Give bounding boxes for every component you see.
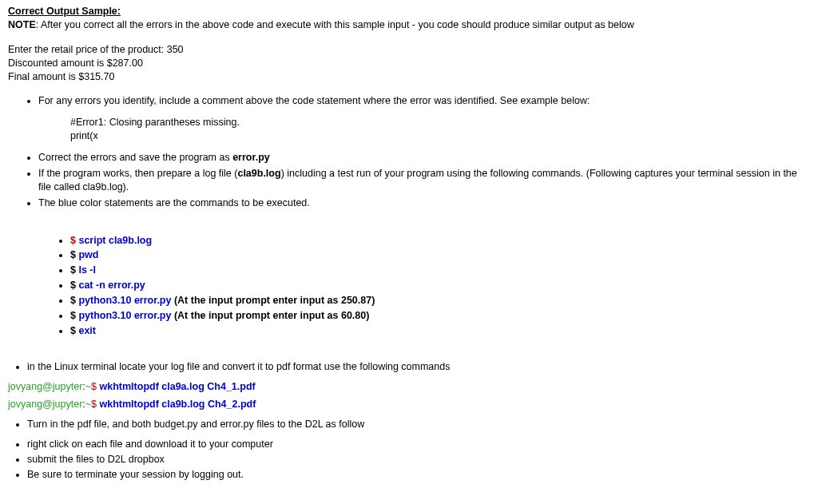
turnin-1: Turn in the pdf file, and both budget.py… xyxy=(27,418,810,431)
cmd-exit: $ exit xyxy=(70,324,810,338)
pdf-intro: in the Linux terminal locate your log fi… xyxy=(27,360,810,374)
cmd-ls: $ ls -l xyxy=(70,264,810,277)
turnin-2: right click on each file and download it… xyxy=(27,438,810,451)
sample-line-2: Discounted amount is $287.00 xyxy=(8,57,810,70)
section-title: Correct Output Sample: xyxy=(8,6,121,17)
sample-output: Enter the retail price of the product: 3… xyxy=(8,43,810,84)
header-block: Correct Output Sample: NOTE: After you c… xyxy=(8,5,810,32)
instruction-item-2: Correct the errors and save the program … xyxy=(38,151,810,165)
note-text: : After you correct all the errors in th… xyxy=(36,19,634,30)
cmd-pwd: $ pwd xyxy=(70,248,810,262)
cmd-script: $ script cla9b.log xyxy=(70,234,810,248)
cmd-python-2: $ python3.10 error.py (At the input prom… xyxy=(70,309,810,323)
pdf-cmd-1: jovyang@jupyter:~$ wkhtmltopdf cla9a.log… xyxy=(8,380,810,394)
instruction-item-4: The blue color statements are the comman… xyxy=(38,196,810,210)
cmd-python-1: $ python3.10 error.py (At the input prom… xyxy=(70,294,810,308)
instruction-item-3: If the program works, then prepare a log… xyxy=(38,167,810,194)
instruction-item-1: For any errors you identify, include a c… xyxy=(38,94,810,143)
error-comment: #Error1: Closing parantheses missing. xyxy=(70,116,810,129)
sample-line-1: Enter the retail price of the product: 3… xyxy=(8,43,810,57)
pdf-convert-block: in the Linux terminal locate your log fi… xyxy=(8,360,810,374)
cmd-cat: $ cat -n error.py xyxy=(70,279,810,292)
pdf-cmd-2: jovyang@jupyter:~$ wkhtmltopdf cla9b.log… xyxy=(8,398,810,411)
commands-list: $ script cla9b.log $ pwd $ ls -l $ cat -… xyxy=(40,234,810,338)
turnin-4: Be sure to terminate your session by log… xyxy=(27,468,810,482)
turnin-3: submit the files to D2L dropbox xyxy=(27,453,810,466)
document-content: Correct Output Sample: NOTE: After you c… xyxy=(8,5,810,482)
turnin-block-1: Turn in the pdf file, and both budget.py… xyxy=(8,418,810,431)
error-example: #Error1: Closing parantheses missing. pr… xyxy=(70,116,810,143)
turnin-block-2: right click on each file and download it… xyxy=(8,438,810,482)
note-label: NOTE xyxy=(8,19,36,30)
error-code: print(x xyxy=(70,129,810,143)
sample-line-3: Final amount is $315.70 xyxy=(8,70,810,84)
instructions-list: For any errors you identify, include a c… xyxy=(8,94,810,209)
